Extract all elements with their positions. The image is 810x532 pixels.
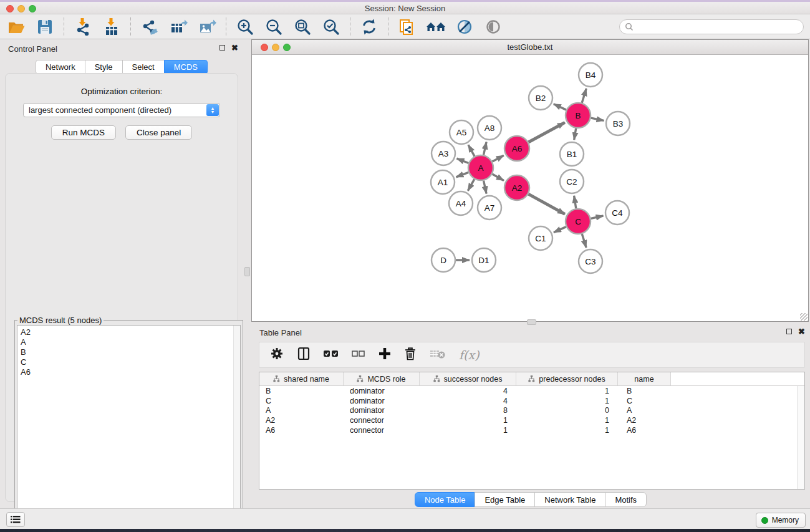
node-A3[interactable]: A3 [432,142,455,165]
edge-A-A2[interactable] [492,174,504,180]
table-row[interactable]: Bdominator41B [259,386,804,396]
node-D1[interactable]: D1 [472,248,496,272]
edge-A-A8[interactable] [484,142,487,155]
memory-button[interactable]: Memory [756,513,806,528]
node-A2[interactable]: A2 [504,175,529,200]
tab-mcds[interactable]: MCDS [164,60,208,74]
zoom-out-icon[interactable] [264,17,284,37]
node-A5[interactable]: A5 [450,120,473,144]
column-header-shared-name[interactable]: shared name [259,372,344,385]
result-item[interactable]: A6 [21,367,240,377]
column-header-name[interactable]: name [618,372,671,385]
new-network-from-selection-icon[interactable] [397,17,417,37]
result-item[interactable]: C [21,357,240,367]
node-A8[interactable]: A8 [478,116,501,140]
refresh-view-icon[interactable] [359,17,379,37]
tab-network-table[interactable]: Network Table [534,492,605,507]
table-scrollbar[interactable] [797,386,804,489]
edge-A-A1[interactable] [456,172,469,177]
node-C1[interactable]: C1 [529,226,552,250]
table-settings-gear-icon[interactable] [270,347,284,363]
edge-A-A7[interactable] [484,181,487,194]
save-session-icon[interactable] [35,17,55,37]
node-C2[interactable]: C2 [560,170,584,193]
optimization-criterion-select[interactable]: largest connected component (directed) ▲… [23,103,220,117]
result-list-scrollbar[interactable] [233,326,240,531]
edge-A-A5[interactable] [468,145,475,156]
node-B1[interactable]: B1 [560,142,584,166]
window-resize-grip[interactable] [800,313,808,321]
node-A6[interactable]: A6 [504,136,529,161]
network-window-titlebar[interactable]: testGlobe.txt [252,40,808,55]
delete-column-icon[interactable] [430,348,446,362]
close-panel-icon[interactable]: ✖ [231,44,238,51]
node-A[interactable]: A [468,155,493,180]
edge-C-C4[interactable] [591,216,604,218]
show-panels-list-button[interactable] [6,512,25,527]
node-A4[interactable]: A4 [449,191,473,215]
node-D[interactable]: D [432,248,455,272]
float-table-panel-icon[interactable] [786,329,792,334]
table-row[interactable]: Cdominator41C [259,396,804,406]
node-A1[interactable]: A1 [431,170,455,194]
import-network-icon[interactable] [73,17,93,37]
import-table-icon[interactable] [102,17,122,37]
edge-B-B3[interactable] [591,118,604,120]
open-file-icon[interactable] [6,17,26,37]
edge-A-A4[interactable] [468,179,474,191]
edge-B-B2[interactable] [554,104,566,110]
table-row[interactable]: A2connector11A2 [259,415,804,425]
tab-style[interactable]: Style [85,60,123,74]
tab-motifs[interactable]: Motifs [605,492,647,507]
deselect-checkboxes-icon[interactable] [352,349,365,360]
tab-network[interactable]: Network [36,60,85,74]
vertical-split-grip[interactable] [244,267,250,276]
edge-B-B4[interactable] [582,89,586,103]
export-table-icon[interactable] [168,17,188,37]
result-item[interactable]: B [21,347,240,357]
result-item[interactable]: A2 [21,327,240,337]
tab-select[interactable]: Select [122,60,165,74]
node-C[interactable]: C [566,209,591,234]
edge-C-C2[interactable] [574,196,576,209]
node-A7[interactable]: A7 [478,196,501,220]
node-B4[interactable]: B4 [579,63,602,87]
column-header-predecessor-nodes[interactable]: predecessor nodes [516,372,618,385]
show-column-icon[interactable] [297,347,311,363]
search-input[interactable] [634,22,798,31]
edge-A2-C[interactable] [528,194,565,214]
float-panel-icon[interactable] [219,45,225,51]
edge-C-C1[interactable] [554,227,566,233]
edge-C-C3[interactable] [582,234,586,248]
table-row[interactable]: A6connector11A6 [259,425,804,435]
function-builder-icon[interactable]: f(x) [459,348,480,362]
node-B2[interactable]: B2 [529,86,552,110]
home-icon[interactable] [426,17,446,37]
edge-A-A3[interactable] [457,158,469,163]
column-header-successor-nodes[interactable]: successor nodes [420,372,516,385]
network-canvas[interactable]: B4B2BB3A8A5A6A3B1AA1C2A2A4A7C4CC1C3DD1 [252,55,808,321]
search-field[interactable] [619,19,804,34]
node-B3[interactable]: B3 [606,112,630,135]
close-panel-button[interactable]: Close panel [125,125,192,140]
zoom-selected-icon[interactable] [321,17,341,37]
node-B[interactable]: B [566,103,591,128]
export-image-icon[interactable] [197,17,217,37]
preview-eye-icon[interactable] [483,17,503,37]
edge-A6-B[interactable] [529,122,565,142]
result-item[interactable]: A [21,337,240,347]
delete-row-icon[interactable] [404,347,417,363]
column-header-mcds-role[interactable]: MCDS role [344,372,420,385]
tab-edge-table[interactable]: Edge Table [475,492,535,507]
close-table-panel-icon[interactable]: ✖ [798,328,805,335]
zoom-fit-icon[interactable] [292,17,312,37]
select-all-checkboxes-icon[interactable] [324,349,339,360]
table-row[interactable]: Adominator80A [259,406,804,416]
export-network-icon[interactable] [140,17,160,37]
run-mcds-button[interactable]: Run MCDS [51,125,116,140]
add-row-icon[interactable] [378,347,391,362]
node-C4[interactable]: C4 [605,201,629,225]
node-C3[interactable]: C3 [579,249,602,273]
edge-B-B1[interactable] [574,128,576,140]
mcds-result-list[interactable]: A2ABCA6 [17,325,241,531]
